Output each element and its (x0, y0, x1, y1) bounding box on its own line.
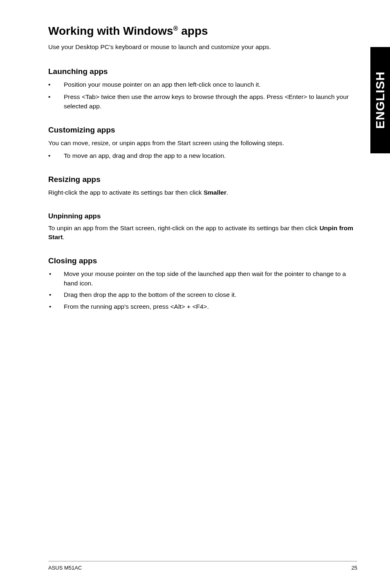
footer-left: ASUS M51AC (48, 565, 82, 571)
unpinning-body-pre: To unpin an app from the Start screen, r… (48, 224, 319, 231)
resizing-body-bold: Smaller (204, 189, 226, 196)
unpinning-body: To unpin an app from the Start screen, r… (48, 224, 357, 242)
page-heading: Working with Windows® apps (48, 25, 357, 38)
customizing-heading: Customizing apps (48, 126, 357, 135)
list-item: Press <Tab> twice then use the arrow key… (48, 92, 357, 111)
unpinning-body-post: . (63, 233, 64, 240)
resizing-body-post: . (226, 189, 228, 196)
list-item: To move an app, drag and drop the app to… (48, 151, 357, 160)
resizing-body: Right-click the app to activate its sett… (48, 188, 357, 197)
list-item: Position your mouse pointer on an app th… (48, 80, 357, 89)
footer-page-number: 25 (352, 565, 357, 571)
closing-heading: Closing apps (48, 256, 357, 265)
heading-sup: ® (173, 25, 178, 32)
language-side-tab: ENGLISH (370, 47, 390, 153)
closing-list: Move your mouse pointer on the top side … (48, 269, 357, 311)
customizing-body: You can move, resize, or unpin apps from… (48, 139, 357, 148)
resizing-heading: Resizing apps (48, 175, 357, 184)
list-item: Drag then drop the app to the bottom of … (48, 290, 357, 299)
heading-post: apps (178, 25, 208, 37)
resizing-body-pre: Right-click the app to activate its sett… (48, 189, 204, 196)
launching-heading: Launching apps (48, 67, 357, 76)
page-footer: ASUS M51AC 25 (48, 561, 357, 571)
list-item: From the running app's screen, press <Al… (48, 302, 357, 311)
heading-pre: Working with Windows (48, 25, 173, 37)
customizing-list: To move an app, drag and drop the app to… (48, 151, 357, 160)
launching-list: Position your mouse pointer on an app th… (48, 80, 357, 111)
intro-text: Use your Desktop PC's keyboard or mouse … (48, 43, 357, 52)
unpinning-heading: Unpinning apps (48, 212, 357, 220)
list-item: Move your mouse pointer on the top side … (48, 269, 357, 288)
